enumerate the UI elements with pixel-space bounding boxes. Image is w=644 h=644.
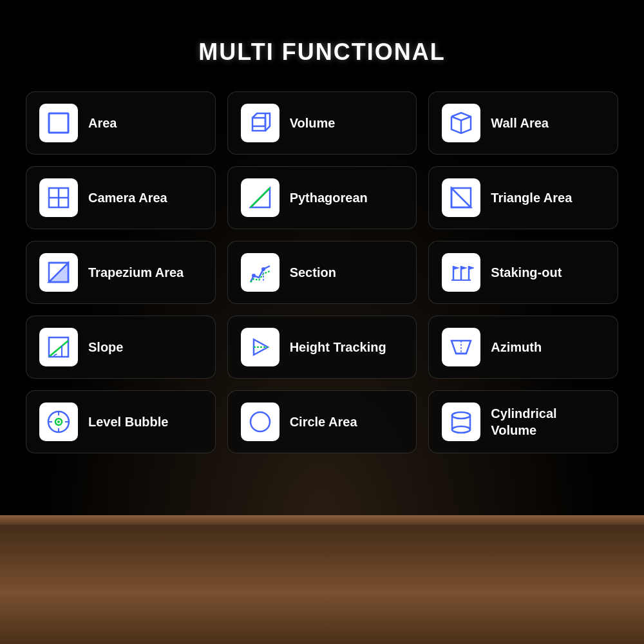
azimuth-icon bbox=[448, 334, 474, 360]
azimuth-icon-box bbox=[442, 328, 480, 366]
slope-icon-box bbox=[39, 328, 78, 366]
card-pythagorean[interactable]: Pythagorean bbox=[227, 166, 417, 229]
volume-icon bbox=[247, 110, 273, 136]
card-level-bubble[interactable]: Level Bubble bbox=[26, 390, 216, 453]
card-circle-area[interactable]: Circle Area bbox=[227, 390, 417, 453]
volume-icon-box bbox=[241, 104, 279, 142]
svg-rect-0 bbox=[49, 113, 68, 133]
svg-point-42 bbox=[251, 412, 270, 431]
slope-icon bbox=[46, 334, 71, 360]
camera-area-icon bbox=[46, 185, 71, 211]
slope-label: Slope bbox=[88, 339, 123, 355]
svg-marker-22 bbox=[453, 266, 460, 270]
card-staking-out[interactable]: Staking-out bbox=[428, 241, 618, 304]
wall-area-icon bbox=[448, 110, 474, 136]
level-bubble-label: Level Bubble bbox=[88, 413, 168, 430]
card-cylindrical-volume[interactable]: Cylindrical Volume bbox=[428, 390, 618, 453]
level-bubble-icon-box bbox=[39, 402, 78, 441]
svg-marker-24 bbox=[469, 266, 474, 270]
svg-line-27 bbox=[49, 341, 68, 357]
svg-point-46 bbox=[452, 426, 470, 433]
area-icon bbox=[46, 110, 71, 136]
wall-area-label: Wall Area bbox=[491, 115, 549, 131]
pythagorean-icon bbox=[247, 185, 273, 211]
volume-label: Volume bbox=[290, 115, 336, 131]
section-icon-box bbox=[241, 253, 279, 292]
circle-area-icon-box bbox=[241, 402, 279, 441]
triangle-area-icon bbox=[448, 185, 474, 211]
area-icon-box bbox=[39, 104, 78, 142]
card-wall-area[interactable]: Wall Area bbox=[428, 91, 618, 155]
height-tracking-label: Height Tracking bbox=[290, 339, 386, 355]
circle-area-label: Circle Area bbox=[290, 413, 357, 430]
staking-out-icon bbox=[448, 260, 474, 285]
trapezium-area-icon-box bbox=[39, 253, 78, 292]
svg-marker-23 bbox=[461, 266, 468, 270]
section-label: Section bbox=[290, 264, 336, 281]
cylindrical-volume-icon bbox=[448, 409, 474, 435]
level-bubble-icon bbox=[46, 409, 71, 435]
features-grid: Area Volume bbox=[26, 91, 618, 453]
azimuth-label: Azimuth bbox=[491, 339, 542, 355]
camera-area-label: Camera Area bbox=[88, 189, 167, 206]
section-icon bbox=[247, 260, 273, 285]
card-azimuth[interactable]: Azimuth bbox=[428, 316, 618, 379]
height-tracking-icon bbox=[247, 334, 273, 360]
card-triangle-area[interactable]: Triangle Area bbox=[428, 166, 618, 229]
card-height-tracking[interactable]: Height Tracking bbox=[227, 316, 417, 379]
triangle-area-label: Triangle Area bbox=[491, 189, 572, 206]
card-section[interactable]: Section bbox=[227, 241, 417, 304]
page-title: MULTI FUNCTIONAL bbox=[198, 39, 445, 66]
pythagorean-icon-box bbox=[241, 178, 279, 217]
staking-out-label: Staking-out bbox=[491, 264, 562, 281]
wall-area-icon-box bbox=[442, 104, 480, 142]
svg-point-43 bbox=[452, 412, 470, 419]
camera-area-icon-box bbox=[39, 178, 78, 217]
svg-point-41 bbox=[57, 421, 60, 423]
card-trapezium-area[interactable]: Trapezium Area bbox=[26, 241, 216, 304]
height-tracking-icon-box bbox=[241, 328, 279, 366]
circle-area-icon bbox=[247, 409, 273, 435]
area-label: Area bbox=[88, 115, 117, 131]
cylindrical-volume-label: Cylindrical Volume bbox=[491, 405, 605, 439]
cylindrical-volume-icon-box bbox=[442, 402, 480, 441]
card-camera-area[interactable]: Camera Area bbox=[26, 166, 216, 229]
pythagorean-label: Pythagorean bbox=[290, 189, 368, 206]
card-volume[interactable]: Volume bbox=[227, 91, 417, 155]
svg-marker-11 bbox=[451, 188, 471, 207]
trapezium-area-label: Trapezium Area bbox=[88, 264, 184, 281]
triangle-area-icon-box bbox=[442, 178, 480, 217]
svg-point-17 bbox=[252, 274, 256, 278]
card-slope[interactable]: Slope bbox=[26, 316, 216, 379]
main-container: MULTI FUNCTIONAL Area Volum bbox=[0, 0, 644, 644]
card-area[interactable]: Area bbox=[26, 91, 216, 155]
svg-line-9 bbox=[251, 188, 270, 207]
trapezium-area-icon bbox=[46, 260, 71, 285]
staking-out-icon-box bbox=[442, 253, 480, 292]
svg-rect-1 bbox=[252, 118, 265, 131]
